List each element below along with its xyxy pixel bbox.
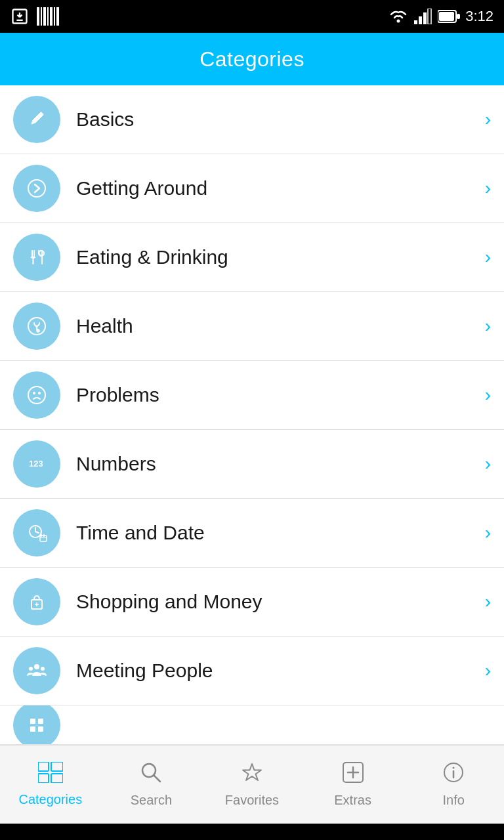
nav-item-search[interactable]: Search	[101, 746, 202, 824]
android-nav-bar: ↩ ⌂ ▭ ⋮	[0, 824, 504, 840]
favorites-nav-label: Favorites	[225, 793, 279, 808]
svg-line-62	[154, 775, 160, 782]
meeting-people-chevron: ›	[485, 660, 491, 681]
people-group-icon	[24, 658, 50, 684]
app-header: Categories	[0, 33, 504, 85]
barcode-icon	[37, 7, 59, 26]
battery-icon	[438, 9, 460, 24]
svg-point-48	[24, 658, 50, 684]
getting-around-label: Getting Around	[76, 177, 478, 200]
svg-rect-7	[54, 7, 55, 26]
svg-point-32	[33, 392, 35, 394]
categories-nav-icon	[38, 762, 63, 788]
svg-point-50	[29, 667, 33, 671]
page-title: Categories	[200, 47, 304, 72]
time-date-chevron: ›	[485, 522, 491, 543]
svg-rect-12	[423, 12, 427, 24]
categories-nav-label: Categories	[18, 792, 82, 807]
numbers-icon-circle: 123	[13, 440, 60, 488]
grid-icon	[24, 712, 50, 738]
category-item-health[interactable]: Health ›	[0, 292, 504, 361]
arrow-right-circle-icon	[24, 175, 50, 201]
svg-rect-5	[47, 7, 49, 26]
category-item-time-date[interactable]: Time and Date ›	[0, 499, 504, 568]
health-chevron: ›	[485, 316, 491, 337]
status-time: 3:12	[465, 8, 494, 25]
svg-point-20	[24, 244, 50, 270]
numbers-chevron: ›	[485, 453, 491, 474]
svg-rect-11	[419, 16, 422, 24]
category-item-basics[interactable]: Basics ›	[0, 85, 504, 154]
svg-rect-59	[38, 774, 49, 783]
status-bar-left-icons	[10, 7, 59, 26]
svg-rect-55	[30, 726, 35, 732]
fork-cup-icon	[24, 244, 50, 270]
svg-rect-13	[428, 9, 431, 24]
health-label: Health	[76, 315, 478, 337]
eating-drinking-label: Eating & Drinking	[76, 246, 478, 268]
svg-rect-60	[51, 774, 63, 783]
svg-rect-58	[51, 762, 63, 771]
meeting-people-icon-circle	[13, 647, 60, 694]
svg-rect-6	[50, 7, 52, 26]
svg-rect-15	[439, 12, 454, 21]
basics-label: Basics	[76, 108, 478, 131]
more-icon-circle	[13, 705, 60, 745]
svg-rect-4	[43, 7, 46, 26]
svg-rect-16	[457, 14, 460, 19]
problems-chevron: ›	[485, 385, 491, 406]
svg-point-44	[24, 589, 50, 615]
numbers-label: Numbers	[76, 453, 478, 475]
shopping-bag-icon	[24, 589, 50, 615]
nav-item-extras[interactable]: Extras	[303, 746, 404, 824]
meeting-people-label: Meeting People	[76, 660, 478, 682]
health-icon-circle	[13, 303, 60, 350]
svg-rect-54	[38, 719, 43, 724]
problems-label: Problems	[76, 384, 478, 406]
svg-point-49	[34, 664, 39, 669]
category-item-shopping-money[interactable]: Shopping and Money ›	[0, 568, 504, 637]
favorites-nav-icon	[240, 761, 264, 789]
category-item-getting-around[interactable]: Getting Around ›	[0, 154, 504, 223]
basics-icon-circle	[13, 96, 60, 143]
getting-around-chevron: ›	[485, 178, 491, 199]
eating-drinking-icon-circle	[13, 234, 60, 281]
pencil-edit-icon	[24, 106, 50, 133]
svg-rect-2	[37, 7, 39, 26]
search-nav-icon	[140, 761, 162, 789]
extras-nav-label: Extras	[334, 793, 371, 808]
nav-item-info[interactable]: Info	[403, 746, 504, 824]
svg-rect-8	[56, 7, 59, 26]
info-nav-label: Info	[442, 793, 464, 808]
svg-rect-3	[41, 7, 42, 26]
svg-rect-53	[30, 719, 35, 724]
info-nav-icon	[442, 761, 465, 789]
shopping-money-label: Shopping and Money	[76, 591, 478, 613]
svg-rect-56	[38, 726, 43, 732]
category-item-problems[interactable]: Problems ›	[0, 361, 504, 430]
status-bar: 3:12	[0, 0, 504, 33]
svg-point-33	[38, 392, 41, 394]
svg-point-51	[41, 667, 45, 671]
problems-icon-circle	[13, 371, 60, 419]
download-icon	[10, 7, 29, 26]
time-date-icon-circle	[13, 509, 60, 556]
nav-item-favorites[interactable]: Favorites	[201, 746, 303, 824]
bottom-navigation: Categories Search Favorites Extr	[0, 745, 504, 824]
status-bar-right-icons: 3:12	[388, 8, 494, 25]
svg-rect-10	[414, 20, 417, 24]
stethoscope-icon	[24, 313, 50, 339]
svg-rect-57	[38, 762, 49, 771]
nav-item-categories[interactable]: Categories	[0, 746, 101, 824]
svg-point-68	[453, 767, 455, 769]
category-item-meeting-people[interactable]: Meeting People ›	[0, 637, 504, 705]
category-item-eating-drinking[interactable]: Eating & Drinking ›	[0, 223, 504, 292]
extras-nav-icon	[342, 761, 364, 789]
category-item-numbers[interactable]: 123 Numbers ›	[0, 430, 504, 499]
svg-text:123: 123	[29, 459, 43, 469]
svg-point-36	[24, 520, 50, 546]
category-item-more[interactable]	[0, 705, 504, 745]
basics-chevron: ›	[485, 109, 491, 130]
shopping-money-chevron: ›	[485, 591, 491, 612]
signal-icon	[414, 9, 432, 24]
